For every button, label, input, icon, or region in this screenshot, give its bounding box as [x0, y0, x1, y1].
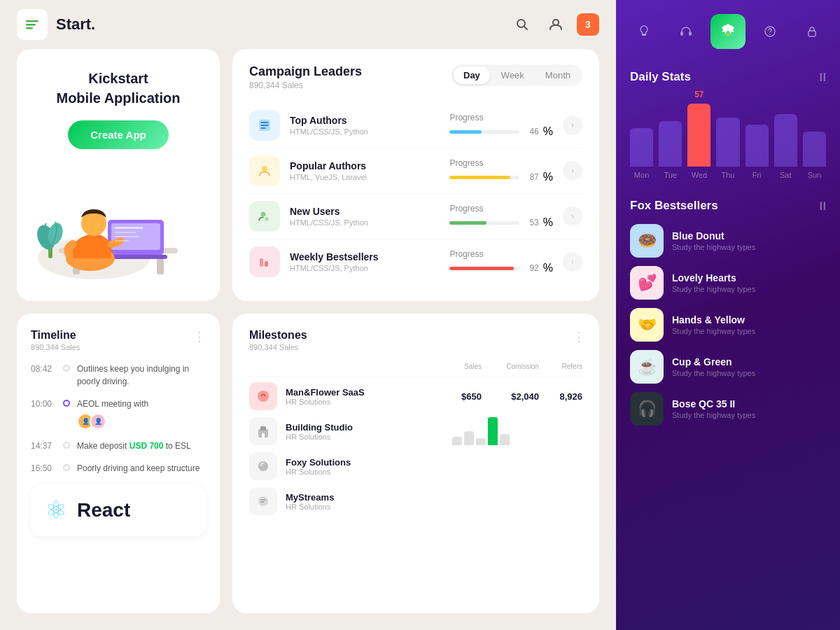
fox-bestsellers-dots[interactable]: ⁞⁞ [819, 200, 826, 213]
ms-info-4: MyStreams HR Solutions [286, 492, 582, 511]
svg-rect-24 [260, 258, 263, 267]
fox-info-0: Blue Donut Study the highway types [672, 230, 826, 251]
content-grid: Kickstart Mobile Application Create App [0, 49, 616, 630]
header: Start. 3 [0, 0, 616, 49]
progress-bar-fill-4 [449, 267, 514, 270]
progress-pct-2: 87 [529, 172, 538, 182]
tl-highlight: USD 700 [130, 441, 164, 451]
progress-pct-3: 53 [529, 218, 538, 227]
kickstart-title: Kickstart Mobile Application [56, 69, 180, 108]
chart-label-wed: Wed [692, 171, 707, 179]
fox-thumb-2: 🤝 [630, 308, 664, 342]
illustration [31, 167, 206, 279]
popular-authors-tech: HTML, VueJS, Laravel [290, 173, 440, 181]
tab-month[interactable]: Month [536, 66, 580, 84]
ms-bar-1 [452, 437, 462, 445]
progress-bar-fill-2 [449, 176, 510, 179]
progress-label-4: Progress [449, 249, 553, 259]
search-button[interactable] [510, 12, 535, 37]
illustration-svg [31, 167, 185, 279]
fox-info-4: Bose QC 35 II Study the highway types [672, 398, 826, 419]
popular-authors-progress: Progress 87% [449, 158, 553, 183]
campaign-card: Campaign Leaders 890,344 Sales Day Week … [232, 49, 599, 301]
fox-thumb-1: 💕 [630, 266, 664, 300]
row-arrow-3[interactable]: › [563, 206, 582, 226]
ms-bar-3 [476, 438, 486, 445]
weekly-info: Weekly Bestsellers HTML/CSS/JS, Python [290, 251, 440, 272]
react-badge: ⚛ React [31, 484, 206, 536]
svg-point-34 [769, 34, 771, 35]
create-app-button[interactable]: Create App [68, 120, 168, 149]
svg-rect-1 [26, 24, 36, 26]
ms-commission-1: $2,040 [490, 391, 539, 402]
svg-rect-20 [115, 240, 129, 241]
fox-info-3: Cup & Green Study the highway types [672, 356, 826, 377]
timeline-dots[interactable]: ⋮ [193, 329, 206, 344]
fox-info-1: Lovely Hearts Study the highway types [672, 272, 826, 293]
progress-bar-bg [449, 130, 519, 134]
nav-icon-question[interactable] [752, 14, 788, 49]
notification-badge[interactable]: 3 [577, 13, 599, 36]
timeline-subtitle: 890,344 Sales [31, 343, 206, 351]
row-arrow-2[interactable]: › [563, 161, 582, 181]
tl-item-3: 14:37 Make deposit USD 700 to ESL [31, 440, 206, 452]
fox-thumb-4: 🎧 [630, 392, 664, 426]
progress-label: Progress [449, 113, 553, 122]
tab-week[interactable]: Week [491, 66, 534, 84]
milestones-dots[interactable]: ⋮ [573, 329, 585, 344]
ms-name-2: Building Studio [286, 422, 430, 433]
campaign-row-top-authors: Top Authors HTML/CSS/JS, Python Progress… [249, 103, 582, 148]
svg-rect-2 [26, 27, 33, 29]
weekly-tech: HTML/CSS/JS, Python [290, 264, 440, 272]
chart-label-mon: Mon [634, 171, 649, 179]
svg-rect-25 [265, 261, 268, 267]
ms-bar-4 [488, 417, 498, 445]
progress-row-2: 87% [449, 171, 553, 183]
react-logo-icon: ⚛ [45, 496, 67, 525]
nav-icon-fox[interactable] [710, 14, 746, 49]
weekly-name: Weekly Bestsellers [290, 251, 440, 262]
tab-day[interactable]: Day [454, 66, 490, 84]
fox-item-2[interactable]: 🤝 Hands & Yellow Study the highway types [630, 308, 826, 342]
fox-item-0[interactable]: 🍩 Blue Donut Study the highway types [630, 224, 826, 258]
milestones-table: Sales Comission Refers Man&Flower SaaS H… [249, 363, 582, 515]
header-commission: Comission [490, 363, 539, 370]
tl-text-1: Outlines keep you indulging in poorly dr… [77, 363, 206, 388]
chart-label-sat: Sat [780, 171, 792, 179]
top-authors-name: Top Authors [290, 115, 440, 126]
ms-sub-3: HR Solutions [286, 468, 582, 476]
daily-stats: Daily Stats ⁞⁞ Mon Tue 57 Wed [630, 70, 826, 179]
tl-time-1: 08:42 [31, 364, 56, 374]
top-authors-tech: HTML/CSS/JS, Python [290, 127, 440, 136]
ms-name-4: MyStreams [286, 492, 582, 503]
svg-point-22 [262, 166, 267, 172]
fox-item-4[interactable]: 🎧 Bose QC 35 II Study the highway types [630, 392, 826, 426]
tl-time-4: 16:50 [31, 463, 56, 473]
nav-icon-bulb[interactable] [626, 14, 662, 49]
sidebar-content: Daily Stats ⁞⁞ Mon Tue 57 Wed [616, 63, 840, 630]
progress-row-3: 53% [449, 216, 553, 229]
fox-item-3[interactable]: ☕ Cup & Green Study the highway types [630, 350, 826, 384]
avatar-2: 👤 [90, 413, 106, 430]
ms-sub-2: HR Solutions [286, 433, 430, 441]
ms-info-2: Building Studio HR Solutions [286, 422, 430, 441]
ms-sub-1: HR Solutions [286, 398, 431, 406]
nav-icon-lock[interactable] [794, 14, 830, 49]
tl-item-4: 16:50 Poorly driving and keep structure [31, 462, 206, 475]
row-arrow-4[interactable]: › [563, 252, 582, 272]
header-sales: Sales [440, 363, 482, 370]
profile-button[interactable] [543, 12, 568, 37]
progress-row-4: 92% [449, 262, 553, 274]
fox-item-1[interactable]: 💕 Lovely Hearts Study the highway types [630, 266, 826, 300]
ms-name-3: Foxy Solutions [286, 457, 582, 468]
ms-row-1: Man&Flower SaaS HR Solutions $650 $2,040… [249, 382, 582, 410]
fox-list: 🍩 Blue Donut Study the highway types 💕 L… [630, 224, 826, 426]
daily-stats-dots[interactable]: ⁞⁞ [819, 71, 826, 84]
campaign-header: Campaign Leaders 890,344 Sales Day Week … [249, 64, 582, 90]
nav-icon-headphones[interactable] [668, 14, 704, 49]
row-arrow[interactable]: › [563, 115, 582, 135]
ms-chart-area [438, 417, 582, 445]
fox-sub-0: Study the highway types [672, 243, 826, 251]
progress-label-2: Progress [449, 158, 553, 168]
svg-rect-31 [680, 31, 683, 36]
